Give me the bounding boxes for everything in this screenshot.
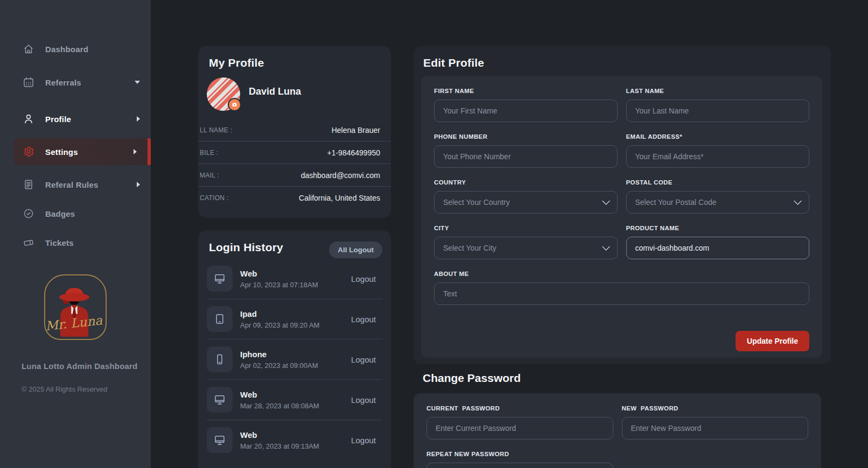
desktop-icon [207,427,233,453]
field-current-password: CURRENT PASSWORD [426,405,613,439]
info-label: CATION : [200,194,229,202]
field-input[interactable] [434,237,618,259]
field-input[interactable] [626,191,810,214]
field-label: LAST NAME [626,88,810,94]
desktop-icon [207,266,233,292]
info-value: dashboard@comvi.com [301,171,380,180]
profile-row-mail: MAIL : dashboard@comvi.com [198,164,391,186]
field-input[interactable] [434,282,809,305]
field-city: CITY [434,225,618,259]
camera-icon[interactable] [228,98,241,111]
all-logout-button[interactable]: All Logout [329,242,382,258]
field-label: PRODUCT NAME [626,225,810,231]
logout-link[interactable]: Logout [351,355,382,364]
info-value: Helena Brauer [332,126,380,134]
field-input[interactable] [622,417,809,439]
sidebar-item-referrals[interactable]: Referrals [0,69,151,96]
sidebar-nav: Dashboard Referrals Profile Settings [0,0,151,256]
update-profile-button[interactable]: Update Profile [736,331,809,351]
ticket-icon [23,237,34,249]
tablet-icon [207,306,233,332]
field-input[interactable] [426,463,613,468]
field-country: COUNTRY [434,179,618,214]
field-label: NEW PASSWORD [622,405,809,412]
field-label: POSTAL CODE [626,179,810,186]
field-input[interactable] [626,145,810,168]
info-value: California, United States [299,194,380,202]
device-name: Web [240,430,319,439]
field-input[interactable] [434,100,618,122]
profile-row-bile: BILE : +1-9846499950 [198,141,391,164]
chevron-icon [135,81,140,84]
field-label: REPEAT NEW PASSWORD [426,451,613,457]
phone-icon [207,346,233,372]
field-label: PHONE NUMBER [434,133,618,140]
document-icon [23,179,34,190]
change-password-card: CURRENT PASSWORD NEW PASSWORD REPEAT NEW… [414,393,821,468]
field-label: CURRENT PASSWORD [426,405,613,412]
login-datetime: Mar 20, 2023 at 09:13AM [240,442,319,450]
field-input[interactable] [626,237,810,259]
home-icon [23,43,34,55]
sidebar-item-label: Referal Rules [45,180,98,189]
chevron-icon [137,116,140,122]
sidebar-item-profile[interactable]: Profile [0,105,151,132]
change-password-title: Change Password [423,372,521,385]
logo-script-text: Mr. Luna [45,313,103,333]
login-history-list: Web Apr 10, 2023 at 07:18AM Logout Ipad … [198,259,391,460]
field-first-name: FIRST NAME [434,88,618,122]
app-root: Dashboard Referrals Profile Settings [0,0,868,468]
login-datetime: Apr 10, 2023 at 07:18AM [240,281,318,289]
edit-profile-title: Edit Profile [414,46,831,69]
chevron-icon [134,149,137,154]
field-input[interactable] [434,191,618,214]
field-label: COUNTRY [434,179,618,186]
copyright-text: © 2025 All Rights Reserved [22,385,151,393]
sidebar-item-label: Dashboard [45,45,88,54]
field-label: CITY [434,225,618,231]
logout-link[interactable]: Logout [351,436,382,445]
edit-profile-form: FIRST NAME LAST NAME PHONE NUMBER [421,76,822,358]
logout-link[interactable]: Logout [351,274,382,283]
login-datetime: Apr 02, 2023 at 09:00AM [240,361,318,370]
sidebar-item-tickets[interactable]: Tickets [0,229,151,256]
field-new-password: NEW PASSWORD [622,405,809,439]
calendar-icon [23,76,34,88]
user-name: David Luna [249,86,301,97]
avatar [207,77,240,111]
change-password-grid: CURRENT PASSWORD NEW PASSWORD REPEAT NEW… [414,393,821,468]
field-input[interactable] [426,417,613,439]
sidebar-item-label: Referrals [45,78,81,87]
edit-profile-grid: FIRST NAME LAST NAME PHONE NUMBER [421,76,822,317]
sidebar-item-label: Tickets [45,238,74,247]
sidebar-item-dashboard[interactable]: Dashboard [0,36,151,62]
brand-logo: Mr. Luna [44,274,107,340]
sidebar-item-label: Profile [45,115,71,124]
field-label: ABOUT ME [434,271,809,277]
device-name: Ipad [240,309,319,318]
sidebar-item-referal-rules[interactable]: Referal Rules [0,171,151,198]
sidebar-item-badges[interactable]: Badges [0,200,151,227]
sidebar-item-settings[interactable]: Settings [14,138,151,165]
field-phone-number: PHONE NUMBER [434,133,618,168]
field-last-name: LAST NAME [626,88,810,122]
logout-link[interactable]: Logout [351,395,382,405]
logout-link[interactable]: Logout [351,315,382,324]
field-about-me: ABOUT ME [434,271,809,305]
device-name: Web [240,390,319,399]
login-entry-web: Web Mar 20, 2023 at 09:13AM Logout [207,420,382,460]
field-input[interactable] [434,145,618,168]
login-entry-web: Web Apr 10, 2023 at 07:18AM Logout [207,259,382,299]
user-icon [23,113,34,125]
profile-info-rows: LL NAME : Helena Brauer BILE : +1-984649… [198,119,391,209]
my-profile-card: My Profile David Luna LL NAME : Helena B… [198,46,391,218]
field-product-name: PRODUCT NAME [626,225,810,259]
profile-row-cation: CATION : California, United States [198,186,391,209]
login-history-card: Login History All Logout Web Apr 10, 202… [198,230,391,468]
field-repeat-new-password: REPEAT NEW PASSWORD [426,451,613,468]
badge-icon [23,208,34,219]
my-profile-title: My Profile [198,46,391,69]
field-input[interactable] [626,100,810,122]
avatar-row: David Luna [207,77,391,111]
info-value: +1-9846499950 [327,148,381,157]
